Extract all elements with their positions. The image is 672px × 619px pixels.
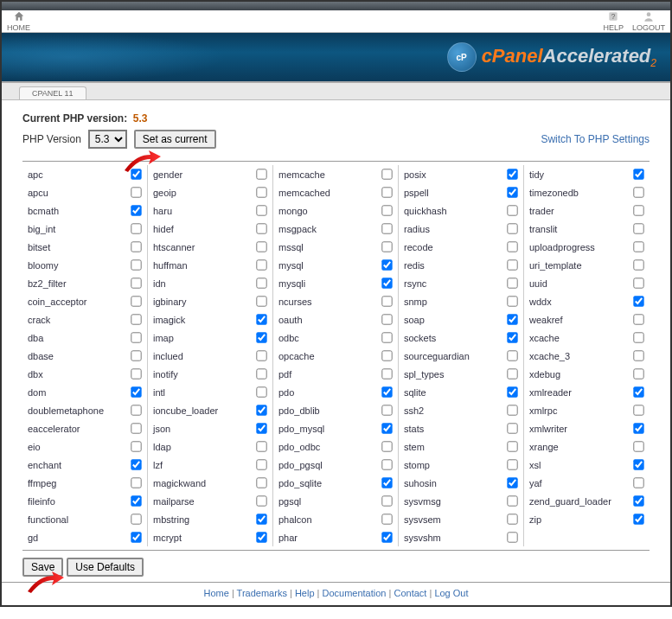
extension-checkbox[interactable] [507, 241, 517, 252]
extension-checkbox[interactable] [256, 423, 266, 433]
extension-checkbox[interactable] [256, 296, 266, 306]
extension-checkbox[interactable] [131, 459, 141, 469]
extension-checkbox[interactable] [507, 169, 517, 179]
extension-checkbox[interactable] [633, 223, 643, 233]
extension-checkbox[interactable] [633, 332, 643, 342]
extension-checkbox[interactable] [633, 514, 643, 524]
extension-checkbox[interactable] [507, 205, 517, 215]
extension-checkbox[interactable] [131, 386, 141, 397]
extension-checkbox[interactable] [381, 332, 392, 342]
extension-checkbox[interactable] [131, 296, 141, 306]
extension-checkbox[interactable] [381, 532, 392, 542]
extension-checkbox[interactable] [633, 205, 643, 215]
extension-checkbox[interactable] [633, 241, 643, 252]
extension-checkbox[interactable] [131, 441, 141, 451]
extension-checkbox[interactable] [256, 332, 266, 342]
php-version-select[interactable]: 5.3 [88, 130, 127, 149]
extension-checkbox[interactable] [507, 314, 517, 324]
footer-link[interactable]: Contact [394, 588, 426, 598]
extension-checkbox[interactable] [131, 514, 141, 524]
extension-checkbox[interactable] [507, 223, 517, 233]
extension-checkbox[interactable] [633, 386, 643, 397]
extension-checkbox[interactable] [507, 368, 517, 379]
switch-to-php-settings-link[interactable]: Switch To PHP Settings [541, 133, 650, 145]
extension-checkbox[interactable] [131, 241, 141, 252]
extension-checkbox[interactable] [131, 314, 141, 324]
extension-checkbox[interactable] [507, 386, 517, 397]
set-as-current-button[interactable]: Set as current [134, 130, 216, 149]
footer-link[interactable]: Log Out [434, 588, 468, 598]
extension-checkbox[interactable] [131, 332, 141, 342]
extension-checkbox[interactable] [633, 495, 643, 506]
extension-checkbox[interactable] [507, 532, 517, 542]
extension-checkbox[interactable] [381, 405, 392, 415]
extension-checkbox[interactable] [256, 205, 266, 215]
extension-checkbox[interactable] [507, 459, 517, 469]
extension-checkbox[interactable] [507, 405, 517, 415]
extension-checkbox[interactable] [131, 169, 141, 179]
footer-link[interactable]: Trademarks [237, 588, 287, 598]
extension-checkbox[interactable] [381, 278, 392, 288]
extension-checkbox[interactable] [633, 187, 643, 197]
extension-checkbox[interactable] [131, 259, 141, 270]
extension-checkbox[interactable] [633, 169, 643, 179]
extension-checkbox[interactable] [131, 405, 141, 415]
extension-checkbox[interactable] [256, 405, 266, 415]
extension-checkbox[interactable] [256, 459, 266, 469]
extension-checkbox[interactable] [256, 514, 266, 524]
extension-checkbox[interactable] [381, 514, 392, 524]
extension-checkbox[interactable] [256, 368, 266, 379]
extension-checkbox[interactable] [381, 477, 392, 488]
extension-checkbox[interactable] [256, 241, 266, 252]
extension-checkbox[interactable] [507, 514, 517, 524]
extension-checkbox[interactable] [131, 495, 141, 506]
extension-checkbox[interactable] [381, 368, 392, 379]
extension-checkbox[interactable] [633, 278, 643, 288]
extension-checkbox[interactable] [381, 441, 392, 451]
extension-checkbox[interactable] [131, 278, 141, 288]
extension-checkbox[interactable] [131, 477, 141, 488]
extension-checkbox[interactable] [381, 296, 392, 306]
help-button[interactable]: ? HELP [603, 10, 624, 32]
extension-checkbox[interactable] [633, 296, 643, 306]
extension-checkbox[interactable] [131, 223, 141, 233]
extension-checkbox[interactable] [256, 350, 266, 361]
extension-checkbox[interactable] [633, 314, 643, 324]
extension-checkbox[interactable] [256, 278, 266, 288]
extension-checkbox[interactable] [381, 386, 392, 397]
extension-checkbox[interactable] [381, 241, 392, 252]
extension-checkbox[interactable] [256, 386, 266, 397]
extension-checkbox[interactable] [381, 205, 392, 215]
home-button[interactable]: HOME [7, 10, 30, 32]
extension-checkbox[interactable] [381, 350, 392, 361]
use-defaults-button[interactable]: Use Defaults [67, 558, 144, 577]
extension-checkbox[interactable] [633, 459, 643, 469]
extension-checkbox[interactable] [507, 296, 517, 306]
extension-checkbox[interactable] [633, 423, 643, 433]
extension-checkbox[interactable] [381, 187, 392, 197]
footer-link[interactable]: Documentation [322, 588, 386, 598]
extension-checkbox[interactable] [256, 169, 266, 179]
extension-checkbox[interactable] [256, 259, 266, 270]
extension-checkbox[interactable] [256, 441, 266, 451]
extension-checkbox[interactable] [507, 477, 517, 488]
extension-checkbox[interactable] [381, 495, 392, 506]
extension-checkbox[interactable] [507, 350, 517, 361]
tab-cpanel11[interactable]: CPANEL 11 [19, 86, 86, 99]
extension-checkbox[interactable] [256, 223, 266, 233]
extension-checkbox[interactable] [507, 332, 517, 342]
logout-button[interactable]: LOGOUT [632, 10, 665, 32]
extension-checkbox[interactable] [131, 187, 141, 197]
extension-checkbox[interactable] [131, 350, 141, 361]
extension-checkbox[interactable] [507, 495, 517, 506]
extension-checkbox[interactable] [381, 459, 392, 469]
extension-checkbox[interactable] [256, 187, 266, 197]
extension-checkbox[interactable] [633, 368, 643, 379]
extension-checkbox[interactable] [131, 532, 141, 542]
extension-checkbox[interactable] [131, 423, 141, 433]
extension-checkbox[interactable] [256, 532, 266, 542]
extension-checkbox[interactable] [507, 423, 517, 433]
extension-checkbox[interactable] [381, 259, 392, 270]
extension-checkbox[interactable] [633, 477, 643, 488]
extension-checkbox[interactable] [256, 477, 266, 488]
